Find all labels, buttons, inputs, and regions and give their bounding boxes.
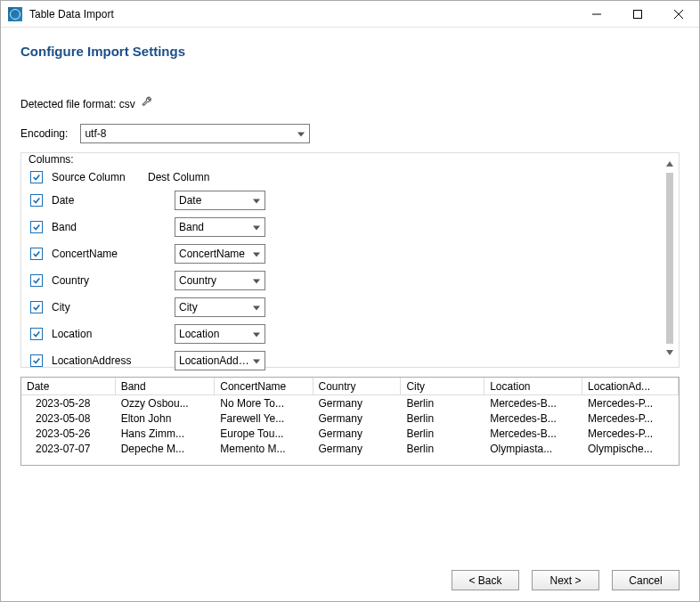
preview-body: 2023-05-28Ozzy Osbou...No More To...Germ… [21, 395, 679, 456]
wrench-icon[interactable] [141, 96, 153, 111]
preview-cell: Mercedes-P... [582, 411, 679, 426]
scroll-down-icon[interactable] [663, 346, 677, 360]
preview-cell: Mercedes-P... [582, 395, 679, 411]
preview-cell: Germany [313, 411, 402, 426]
source-column-label: Date [52, 194, 175, 207]
columns-box: Columns: Source Column Dest Column DateB… [20, 152, 680, 368]
column-checkbox[interactable] [30, 328, 43, 340]
dest-column-select-wrap [175, 351, 265, 370]
dest-column-select[interactable] [175, 217, 265, 237]
dest-column-select[interactable] [175, 191, 265, 210]
preview-row[interactable]: 2023-05-26Hans Zimm...Europe Tou...Germa… [21, 426, 679, 441]
svg-marker-5 [666, 350, 673, 355]
preview-cell: Berlin [401, 395, 484, 411]
close-button[interactable] [658, 1, 699, 28]
button-bar: < Back Next > Cancel [20, 529, 680, 590]
preview-header-row: DateBandConcertNameCountryCityLocationLo… [21, 378, 679, 395]
dest-column-select[interactable] [175, 324, 265, 344]
preview-column-header[interactable]: ConcertName [215, 378, 313, 395]
window: Table Data Import Configure Import Setti… [0, 0, 700, 602]
preview-box: DateBandConcertNameCountryCityLocationLo… [20, 377, 680, 466]
dest-column-select[interactable] [175, 351, 265, 370]
column-checkbox[interactable] [30, 354, 43, 367]
preview-cell: Germany [313, 395, 402, 411]
preview-column-header[interactable]: Band [116, 378, 216, 395]
preview-cell: Hans Zimm... [116, 426, 216, 441]
encoding-select-wrap [80, 124, 310, 143]
preview-cell: Farewell Ye... [215, 411, 313, 426]
columns-scrollbar[interactable] [663, 157, 677, 360]
dest-column-header: Dest Column [148, 171, 209, 183]
preview-cell: Olympiasta... [484, 441, 582, 456]
dest-column-select-wrap [175, 324, 265, 344]
columns-header-row: Source Column Dest Column [30, 167, 655, 187]
dest-column-select-wrap [175, 297, 265, 317]
column-checkbox[interactable] [30, 248, 43, 260]
source-column-label: Location [52, 328, 175, 340]
preview-cell: Berlin [401, 426, 484, 441]
preview-column-header[interactable]: Date [21, 378, 116, 395]
encoding-label: Encoding: [20, 127, 68, 140]
dest-column-select[interactable] [175, 244, 265, 264]
detected-format-label: Detected file format: csv [20, 98, 135, 110]
back-button[interactable]: < Back [452, 570, 519, 590]
cancel-button[interactable]: Cancel [612, 570, 680, 590]
page-title: Configure Import Settings [20, 44, 680, 59]
preview-cell: Berlin [401, 411, 484, 426]
encoding-select[interactable] [80, 124, 310, 143]
preview-cell: Germany [313, 441, 402, 456]
preview-cell: Mercedes-P... [582, 426, 679, 441]
preview-cell: Olympische... [582, 441, 679, 456]
column-checkbox[interactable] [30, 274, 43, 287]
dest-column-select-wrap [175, 191, 265, 210]
columns-list: DateBandConcertNameCountryCityLocationLo… [30, 187, 655, 370]
preview-cell: Elton John [116, 411, 216, 426]
svg-rect-1 [634, 10, 642, 18]
preview-row[interactable]: 2023-05-28Ozzy Osbou...No More To...Germ… [21, 395, 679, 411]
column-row: Location [30, 321, 655, 347]
preview-cell: Berlin [401, 441, 484, 456]
column-row: Country [30, 267, 655, 294]
preview-column-header[interactable]: City [401, 378, 484, 395]
dest-column-select[interactable] [175, 271, 265, 290]
column-row: ConcertName [30, 240, 655, 267]
source-column-label: Country [52, 274, 175, 287]
preview-table: DateBandConcertNameCountryCityLocationLo… [21, 378, 679, 456]
preview-column-header[interactable]: Country [313, 378, 402, 395]
columns-title: Columns: [21, 153, 74, 166]
preview-cell: Mercedes-B... [484, 395, 582, 411]
app-icon [8, 7, 22, 21]
maximize-button[interactable] [617, 1, 658, 28]
preview-row[interactable]: 2023-07-07Depeche M...Memento M...German… [21, 441, 679, 456]
scroll-thumb[interactable] [666, 173, 673, 344]
detected-format-row: Detected file format: csv [20, 96, 680, 111]
preview-column-header[interactable]: Location [484, 378, 582, 395]
source-column-label: City [52, 301, 175, 313]
preview-cell: 2023-05-26 [21, 426, 116, 441]
column-checkbox[interactable] [30, 194, 43, 207]
dest-column-select-wrap [175, 244, 265, 264]
column-checkbox[interactable] [30, 221, 43, 233]
source-column-label: ConcertName [52, 248, 175, 260]
dest-column-select[interactable] [175, 297, 265, 317]
preview-cell: Depeche M... [116, 441, 216, 456]
preview-cell: Mercedes-B... [484, 411, 582, 426]
titlebar: Table Data Import [1, 1, 699, 28]
minimize-button[interactable] [576, 1, 617, 28]
scroll-up-icon[interactable] [663, 157, 677, 171]
preview-column-header[interactable]: LocationAd... [582, 378, 679, 395]
column-checkbox[interactable] [30, 301, 43, 313]
preview-cell: Ozzy Osbou... [116, 395, 216, 411]
column-row: Band [30, 214, 655, 240]
content: Configure Import Settings Detected file … [1, 28, 699, 601]
source-column-header: Source Column [52, 171, 148, 183]
select-all-checkbox[interactable] [30, 171, 43, 183]
dest-column-select-wrap [175, 217, 265, 237]
preview-row[interactable]: 2023-05-08Elton JohnFarewell Ye...German… [21, 411, 679, 426]
next-button[interactable]: Next > [532, 570, 599, 590]
preview-cell: 2023-07-07 [21, 441, 116, 456]
dest-column-select-wrap [175, 271, 265, 290]
preview-cell: Germany [313, 426, 402, 441]
columns-inner: Source Column Dest Column DateBandConcer… [21, 166, 679, 370]
svg-marker-4 [666, 161, 673, 167]
